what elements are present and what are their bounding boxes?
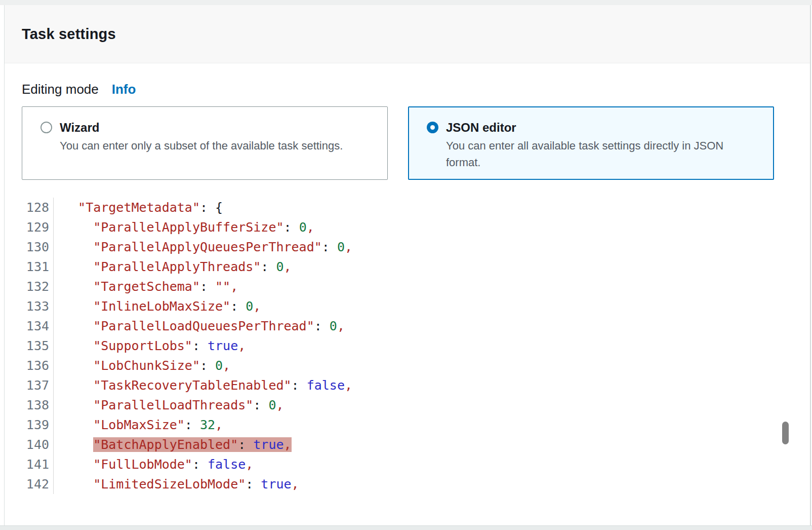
code-line-140: 140 "BatchApplyEnabled": true, (5, 435, 810, 455)
line-number: 135 (5, 336, 54, 356)
line-number: 128 (5, 198, 54, 217)
wizard-option-description: You can enter only a subset of the avail… (60, 137, 343, 154)
line-number: 133 (5, 296, 54, 316)
json-editor-option-card[interactable]: JSON editor You can enter all available … (408, 106, 774, 180)
editing-mode-row: Editing mode Info (22, 82, 810, 97)
code-line-130: 130 "ParallelApplyQueuesPerThread": 0, (5, 237, 810, 257)
line-number: 136 (5, 356, 54, 375)
panel-header: Task settings (5, 5, 810, 63)
code-line-128: 128 "TargetMetadata": { (5, 198, 810, 217)
line-number: 134 (5, 316, 54, 336)
code-line-135: 135 "SupportLobs": true, (5, 336, 810, 356)
line-number: 129 (5, 217, 54, 237)
page-title: Task settings (22, 26, 116, 43)
line-number: 142 (5, 474, 54, 494)
json-editor-option-description: You can enter all available task setting… (446, 137, 750, 171)
code-line-134: 134 "ParallelLoadQueuesPerThread": 0, (5, 316, 810, 336)
wizard-option-title: Wizard (60, 119, 343, 136)
code-line-137: 137 "TaskRecoveryTableEnabled": false, (5, 375, 810, 395)
code-line-142: 142 "LimitedSizeLobMode": true, (5, 474, 810, 494)
code-line-139: 139 "LobMaxSize": 32, (5, 415, 810, 435)
line-number: 140 (5, 435, 54, 455)
line-number: 141 (5, 455, 54, 474)
code-line-133: 133 "InlineLobMaxSize": 0, (5, 296, 810, 316)
line-number: 130 (5, 237, 54, 257)
highlighted-token: "BatchApplyEnabled": true, (93, 437, 291, 452)
page-bottom-strip (0, 525, 812, 530)
info-link[interactable]: Info (112, 82, 136, 97)
line-number: 131 (5, 257, 54, 277)
wizard-radio[interactable] (40, 122, 52, 133)
editing-mode-options: Wizard You can enter only a subset of th… (22, 106, 810, 180)
line-number: 132 (5, 277, 54, 296)
wizard-option-card[interactable]: Wizard You can enter only a subset of th… (22, 106, 388, 180)
code-line-131: 131 "ParallelApplyThreads": 0, (5, 257, 810, 277)
line-number: 138 (5, 395, 54, 415)
editing-mode-label: Editing mode (22, 82, 99, 97)
json-editor-radio[interactable] (427, 122, 438, 133)
task-settings-panel: Task settings Editing mode Info Wizard Y… (4, 5, 811, 525)
code-line-132: 132 "TargetSchema": "", (5, 277, 810, 296)
page-top-strip (0, 0, 812, 5)
code-line-136: 136 "LobChunkSize": 0, (5, 356, 810, 375)
json-editor-option-title: JSON editor (446, 119, 750, 136)
json-code-editor[interactable]: 128 "TargetMetadata": {129 "ParallelAppl… (5, 198, 810, 494)
line-number: 137 (5, 375, 54, 395)
code-line-141: 141 "FullLobMode": false, (5, 455, 810, 474)
line-number: 139 (5, 415, 54, 435)
code-line-129: 129 "ParallelApplyBufferSize": 0, (5, 217, 810, 237)
code-line-138: 138 "ParallelLoadThreads": 0, (5, 395, 810, 415)
vertical-scrollbar-thumb[interactable] (782, 422, 789, 444)
